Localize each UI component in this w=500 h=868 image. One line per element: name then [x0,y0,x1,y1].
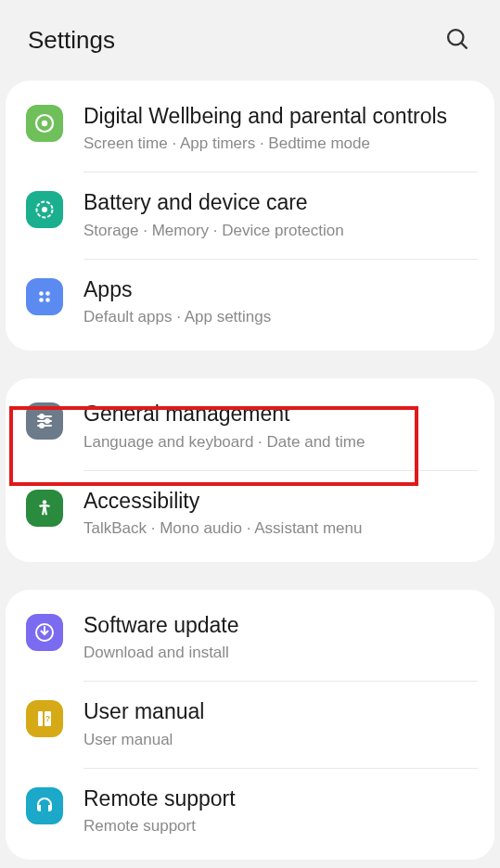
settings-item-body: Accessibility TalkBack · Mono audio · As… [83,488,476,540]
battery-care-icon [26,191,63,228]
settings-item-body: Battery and device care Storage · Memory… [83,189,476,241]
apps-icon [26,278,63,315]
svg-point-11 [40,415,44,418]
search-icon [444,26,470,52]
svg-text:?: ? [45,714,51,723]
accessibility-icon [26,490,63,527]
settings-item-title: Digital Wellbeing and parental controls [83,103,476,130]
svg-point-5 [42,207,47,212]
settings-item-body: Apps Default apps · App settings [83,276,476,328]
settings-item-battery-care[interactable]: Battery and device care Storage · Memory… [6,172,494,258]
svg-rect-18 [38,711,43,726]
settings-item-body: User manual User manual [83,698,476,750]
settings-item-remote-support[interactable]: Remote support Remote support [6,769,494,854]
svg-point-7 [45,291,50,296]
settings-item-title: Software update [83,612,476,639]
settings-item-title: Remote support [83,785,476,812]
svg-point-3 [42,121,47,126]
settings-item-subtitle: User manual [83,730,476,751]
settings-item-subtitle: Storage · Memory · Device protection [83,221,476,242]
settings-item-title: General management [83,401,476,428]
search-button[interactable] [441,22,474,58]
settings-item-body: General management Language and keyboard… [83,401,476,453]
settings-item-general-management[interactable]: General management Language and keyboard… [6,384,494,469]
settings-item-body: Software update Download and install [83,612,476,664]
sliders-icon [26,402,63,440]
settings-item-digital-wellbeing[interactable]: Digital Wellbeing and parental controls … [6,86,494,172]
settings-item-apps[interactable]: Apps Default apps · App settings [6,260,494,345]
svg-point-16 [43,500,46,504]
settings-item-title: Battery and device care [83,189,476,216]
svg-point-0 [448,30,463,45]
settings-item-title: Accessibility [83,488,476,515]
svg-point-8 [39,298,44,302]
settings-item-body: Digital Wellbeing and parental controls … [83,103,476,155]
settings-item-subtitle: TalkBack · Mono audio · Assistant menu [83,518,476,540]
settings-group: Digital Wellbeing and parental controls … [6,81,494,351]
settings-item-software-update[interactable]: Software update Download and install [6,595,494,681]
svg-line-1 [461,43,467,48]
wellbeing-icon [26,105,63,142]
settings-item-user-manual[interactable]: ? User manual User manual [6,682,494,767]
header: Settings [0,0,500,81]
support-icon [26,787,63,824]
settings-group: Software update Download and install ? U… [6,590,494,860]
svg-point-13 [45,419,49,423]
manual-icon: ? [26,700,63,737]
page-title: Settings [28,26,115,55]
svg-point-9 [45,298,50,302]
svg-point-6 [39,291,44,296]
settings-item-subtitle: Screen time · App timers · Bedtime mode [83,134,476,155]
settings-item-subtitle: Download and install [83,643,476,664]
settings-item-body: Remote support Remote support [83,785,476,837]
settings-item-subtitle: Language and keyboard · Date and time [83,432,476,453]
update-icon [26,614,63,651]
settings-item-subtitle: Remote support [83,816,476,837]
settings-item-subtitle: Default apps · App settings [83,307,476,328]
settings-item-title: Apps [83,276,476,303]
settings-group: General management Language and keyboard… [6,378,494,562]
settings-item-title: User manual [83,698,476,725]
settings-item-accessibility[interactable]: Accessibility TalkBack · Mono audio · As… [6,471,494,556]
svg-point-15 [40,424,44,428]
